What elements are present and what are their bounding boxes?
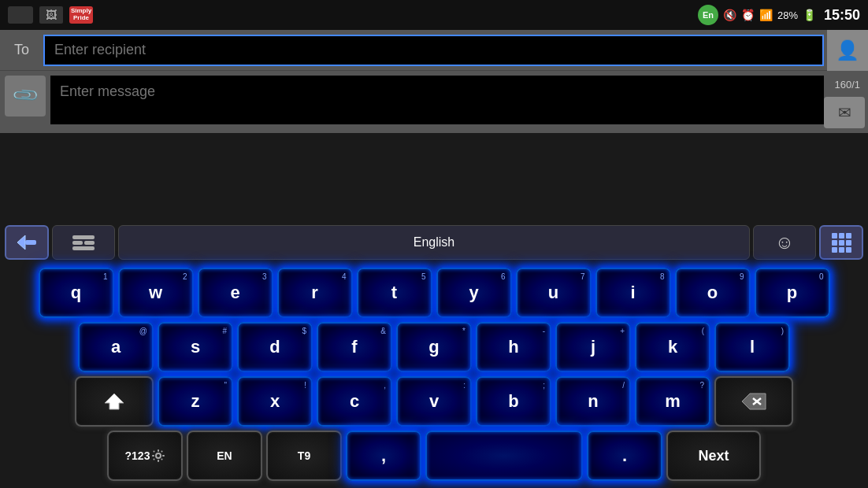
back-arrow-icon xyxy=(16,234,38,251)
svg-rect-6 xyxy=(832,233,837,238)
svg-rect-24 xyxy=(154,450,156,453)
svg-rect-4 xyxy=(84,241,95,245)
svg-rect-14 xyxy=(846,247,851,253)
key-p[interactable]: p0 xyxy=(755,268,830,318)
kb-row-2: a@ s# d$ f& g* h- j+ k( l) xyxy=(3,322,865,372)
signal-icon: 📶 xyxy=(759,9,773,21)
key-h[interactable]: h- xyxy=(476,322,551,372)
key-comma[interactable]: , xyxy=(346,431,421,481)
svg-rect-25 xyxy=(161,458,164,460)
svg-point-19 xyxy=(156,453,161,458)
alarm-icon: ⏰ xyxy=(741,9,755,21)
key-k[interactable]: k( xyxy=(635,322,710,372)
battery-icon: 🔋 xyxy=(803,9,816,21)
svg-rect-1 xyxy=(25,240,36,245)
svg-rect-11 xyxy=(846,240,851,246)
recipient-input[interactable] xyxy=(43,35,824,66)
key-u[interactable]: u7 xyxy=(516,268,592,318)
to-field-row: To 👤 xyxy=(0,30,868,71)
svg-rect-21 xyxy=(158,460,159,462)
key-a[interactable]: a@ xyxy=(78,322,154,372)
t9-label: T9 xyxy=(298,449,310,462)
svg-rect-9 xyxy=(832,240,837,246)
key-r[interactable]: r4 xyxy=(277,268,353,318)
contact-picker-button[interactable]: 👤 xyxy=(827,30,868,71)
status-bar: 🖼 SimplyPride En 🔇 ⏰ 📶 28% 🔋 15:50 xyxy=(0,0,868,30)
message-field-row: 📎 160/1 ✉ xyxy=(0,71,868,133)
status-right: En 🔇 ⏰ 📶 28% 🔋 15:50 xyxy=(698,5,860,25)
svg-marker-0 xyxy=(17,235,25,250)
kb-layout-button[interactable] xyxy=(52,225,115,260)
key-t[interactable]: t5 xyxy=(357,268,432,318)
key-n[interactable]: n/ xyxy=(555,376,631,427)
kb-emoji-button[interactable]: ☺ xyxy=(753,225,816,260)
key-c[interactable]: c, xyxy=(317,376,392,427)
key-b[interactable]: b; xyxy=(476,376,551,427)
key-x[interactable]: x! xyxy=(237,376,313,427)
mute-icon: 🔇 xyxy=(723,9,736,21)
lang-toggle-label: EN xyxy=(217,449,232,462)
key-q[interactable]: q1 xyxy=(39,268,114,318)
svg-rect-26 xyxy=(161,450,164,453)
key-settings[interactable]: ?123 xyxy=(107,431,183,481)
attach-button[interactable]: 📎 xyxy=(5,76,46,116)
key-j[interactable]: j+ xyxy=(555,322,631,372)
language-badge: En xyxy=(698,5,718,25)
svg-marker-16 xyxy=(742,394,766,409)
kb-back-button[interactable] xyxy=(5,225,49,260)
key-g[interactable]: g* xyxy=(396,322,472,372)
kb-grid-button[interactable] xyxy=(819,225,863,260)
svg-rect-12 xyxy=(832,247,837,253)
key-z[interactable]: z" xyxy=(158,376,233,427)
keyboard: English ☺ q1 w2 e3 r4 t5 xyxy=(0,220,868,488)
key-i[interactable]: i8 xyxy=(595,268,671,318)
key-m[interactable]: m? xyxy=(635,376,710,427)
key-f[interactable]: f& xyxy=(317,322,392,372)
kb-language-button[interactable]: English xyxy=(118,225,750,260)
svg-rect-10 xyxy=(839,240,844,246)
key-e[interactable]: e3 xyxy=(198,268,273,318)
svg-rect-2 xyxy=(72,235,95,239)
next-label: Next xyxy=(698,448,729,464)
key-l[interactable]: l) xyxy=(714,322,790,372)
shift-icon xyxy=(103,392,125,411)
svg-rect-13 xyxy=(839,247,844,253)
char-count: 160/1 xyxy=(829,76,865,94)
contact-icon: 👤 xyxy=(836,39,859,61)
key-s[interactable]: s# xyxy=(158,322,233,372)
send-button[interactable]: ✉ xyxy=(824,97,865,128)
kb-row-4: ?123 EN T9 , xyxy=(3,431,865,481)
kb-toolbar: English ☺ xyxy=(0,220,868,264)
svg-rect-23 xyxy=(162,455,165,457)
key-o[interactable]: o9 xyxy=(675,268,751,318)
dot-label: . xyxy=(622,445,627,466)
emoji-icon: ☺ xyxy=(775,231,795,253)
key-v[interactable]: v: xyxy=(396,376,472,427)
key-d[interactable]: d$ xyxy=(237,322,313,372)
to-label: To xyxy=(0,42,43,58)
simply-icon: SimplyPride xyxy=(69,6,93,24)
svg-rect-8 xyxy=(846,233,851,238)
kb-keys: q1 w2 e3 r4 t5 y6 u7 i8 o9 p0 a@ s# d$ f… xyxy=(0,264,868,488)
kb-row-3: z" x! c, v: b; n/ m? xyxy=(3,376,865,427)
key-space[interactable] xyxy=(425,431,583,481)
key-t9[interactable]: T9 xyxy=(266,431,342,481)
svg-rect-22 xyxy=(152,455,154,457)
comma-label: , xyxy=(381,445,386,466)
kb-row-1: q1 w2 e3 r4 t5 y6 u7 i8 o9 p0 xyxy=(3,268,865,318)
key-backspace[interactable] xyxy=(714,376,793,427)
svg-marker-15 xyxy=(105,394,124,409)
keyboard-status-icon xyxy=(8,6,33,24)
svg-rect-20 xyxy=(158,449,159,452)
key-dot[interactable]: . xyxy=(587,431,662,481)
key-next[interactable]: Next xyxy=(666,431,761,481)
key-shift[interactable] xyxy=(75,376,154,427)
message-meta: 160/1 ✉ xyxy=(824,76,865,128)
key-w[interactable]: w2 xyxy=(118,268,194,318)
svg-rect-27 xyxy=(154,458,156,460)
key-y[interactable]: y6 xyxy=(436,268,512,318)
settings-label: ?123 xyxy=(125,449,150,462)
key-lang-toggle[interactable]: EN xyxy=(187,431,262,481)
attach-icon: 📎 xyxy=(10,81,39,110)
message-input[interactable] xyxy=(50,76,824,124)
